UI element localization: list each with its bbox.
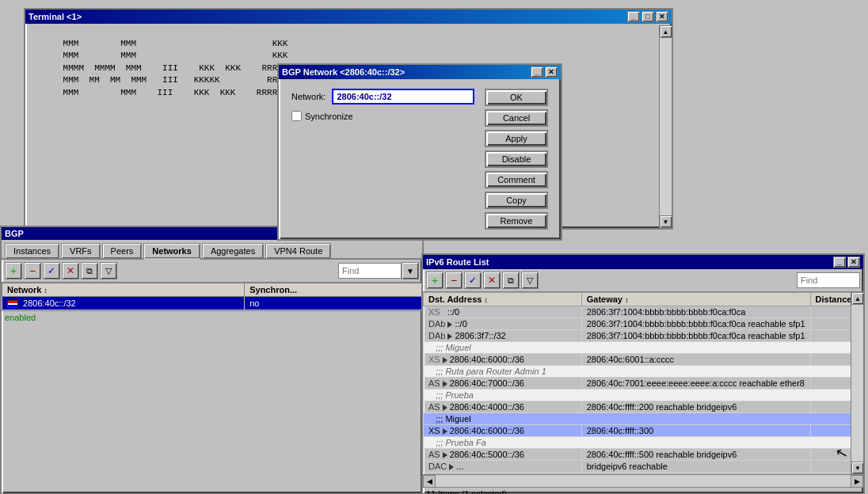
ipv6-status-bar: 11 items (1 selected) [423,487,863,494]
ipv6-scroll-down[interactable]: ▼ [851,462,864,474]
comment-row: ;;; Prueba Fa [424,437,863,449]
gw-cell: 2806:3f7:1004:bbbb:bbbb:bbbb:f0ca:f0ca [581,306,810,318]
ipv6-status-text: 11 items (1 selected) [426,489,507,494]
comment-row: ;;; Ruta para Router Admin 1 [424,366,863,378]
ipv6-filter-btn[interactable]: ▽ [521,272,539,289]
networks-table: Network ↕ Synchron... 2806:40c::/32 no [2,283,422,310]
ipv6-table-scroll[interactable]: Dst. Address ↕ Gateway ↕ Distance ↕ XS :… [423,292,863,474]
ipv6-panel: IPv6 Route List _ ✕ + − ✓ ✕ ⧉ ▽ Dst. Add… [421,253,865,494]
comment-button[interactable]: Comment [485,171,548,188]
find-area: ▼ [338,262,419,279]
comment-cell: ;;; Miguel [424,413,863,425]
check-button[interactable]: ✓ [43,262,60,279]
route-type: AS [428,378,440,388]
dialog-close-button[interactable]: ✕ [545,66,558,78]
col-synchron[interactable]: Synchron... [245,283,422,297]
gw-cell: 2806:3f7:1004:bbbb:bbbb:bbbb:f0ca:f0ca r… [581,318,810,330]
table-row[interactable]: XS ::/0 2806:3f7:1004:bbbb:bbbb:bbbb:f0c… [424,306,863,318]
ipv6-scroll-track[interactable] [851,305,863,462]
arrow-icon [443,428,447,435]
network-input[interactable] [332,89,474,104]
hscroll-track[interactable] [436,475,851,487]
table-row[interactable]: DAb 2806:3f7::/32 2806:3f7:1004:bbbb:bbb… [424,330,863,342]
table-row[interactable]: DAb ::/0 2806:3f7:1004:bbbb:bbbb:bbbb:f0… [424,318,863,330]
table-row[interactable]: 2806:40c::/32 no [2,297,422,310]
hscroll-left[interactable]: ◀ [423,475,436,488]
col-dst-address[interactable]: Dst. Address ↕ [424,293,582,306]
apply-button[interactable]: Apply [485,130,548,147]
bgp-status-bar: enabled [2,310,422,324]
maximize-button[interactable]: □ [641,11,654,22]
remove-button[interactable]: Remove [485,212,548,230]
route-type: DAb [428,331,445,340]
tab-bar: Instances VRFs Peers Networks Aggregates… [2,240,422,260]
ipv6-minimize[interactable]: _ [833,256,846,268]
synchronize-label: Synchronize [305,112,353,121]
copy-button[interactable]: ⧉ [81,262,98,279]
table-row[interactable]: XS 2806:40c:6000::/36 2806:40c:6001::a:c… [424,354,863,366]
term-line-3: MMM MMM KKK [32,38,665,50]
flag-icon [7,300,18,308]
disable-button[interactable]: Disable [485,150,548,168]
table-row[interactable]: DAC ... bridgeipv6 reachable [424,461,863,473]
table-row[interactable]: AS 2806:40c:5000::/36 2806:40c:ffff::500… [424,449,863,461]
comment-row: ;;; Prueba [424,390,863,401]
cancel-button[interactable]: Cancel [485,109,548,127]
scroll-track[interactable] [660,38,672,215]
ipv6-add-button[interactable]: + [426,272,444,289]
dialog-title: BGP Network <2806:40c::/32> [282,67,405,77]
find-dropdown[interactable]: ▼ [402,262,419,279]
tab-peers[interactable]: Peers [102,243,143,258]
comment-row: ;;; Miguel [424,342,863,354]
ipv6-cross-button[interactable]: ✕ [483,272,501,289]
arrow-icon [447,333,452,340]
comment-row-selected: ;;; Miguel [424,413,863,425]
ok-button[interactable]: OK [485,89,548,106]
ipv6-check-button[interactable]: ✓ [464,272,482,289]
scroll-down-arrow[interactable]: ▼ [660,215,672,228]
ipv6-scroll-up[interactable]: ▲ [851,292,864,305]
terminal-titlebar: Terminal <1> _ □ ✕ [25,10,672,24]
arrow-icon [443,381,447,387]
col-network[interactable]: Network ↕ [2,283,245,297]
dst-cell: XS 2806:40c:6000::/36 [424,425,582,437]
table-row[interactable]: AS 2806:40c:4000::/36 2806:40c:ffff::200… [424,401,863,413]
find-input[interactable] [338,263,402,279]
synchronize-checkbox[interactable] [291,111,302,121]
dialog-right: OK Cancel Apply Disable Comment Copy Rem… [485,89,548,230]
remove-button[interactable]: − [24,262,41,279]
tab-aggregates[interactable]: Aggregates [202,243,264,258]
ipv6-copy-btn[interactable]: ⧉ [502,272,520,289]
cross-button[interactable]: ✕ [62,262,79,279]
hscroll-right[interactable]: ▶ [851,475,863,488]
tab-vrfs[interactable]: VRFs [61,243,101,258]
scroll-up-arrow[interactable]: ▲ [660,25,672,38]
ipv6-remove-button[interactable]: − [445,272,463,289]
dialog-minimize-button[interactable]: _ [531,66,543,78]
copy-button[interactable]: Copy [485,192,548,209]
route-type: XS [428,307,440,317]
ipv6-find-input[interactable] [797,272,860,288]
ipv6-hscrollbar: ◀ ▶ [423,474,863,487]
arrow-icon [443,405,447,411]
status-text: enabled [5,313,36,322]
gw-cell: 2806:3f7:1004:bbbb:bbbb:bbbb:f0ca:f0ca r… [581,330,810,342]
arrow-icon [443,357,447,363]
add-button[interactable]: + [5,262,22,279]
minimize-button[interactable]: _ [627,11,640,22]
filter-button[interactable]: ▽ [100,262,117,279]
ipv6-close[interactable]: ✕ [847,256,860,268]
close-button[interactable]: ✕ [656,11,668,22]
sync-cell: no [245,297,422,310]
table-row[interactable]: AS 2806:40c:7000::/36 2806:40c:7001:eeee… [424,378,863,390]
tab-networks[interactable]: Networks [143,243,200,260]
gw-cell: 2806:40c:6001::a:cccc [581,354,810,366]
gw-cell: 2806:40c:ffff::200 reachable bridgeipv6 [581,401,810,413]
col-gateway[interactable]: Gateway ↕ [581,293,810,306]
terminal-titlebar-buttons: _ □ ✕ [627,11,668,22]
tab-instances[interactable]: Instances [5,243,59,258]
dst-cell: AS 2806:40c:4000::/36 [424,401,582,413]
terminal-title: Terminal <1> [29,12,82,21]
tab-vpn4-route[interactable]: VPN4 Route [265,243,331,258]
table-row-selected[interactable]: XS 2806:40c:6000::/36 2806:40c:ffff::300 [424,425,863,437]
